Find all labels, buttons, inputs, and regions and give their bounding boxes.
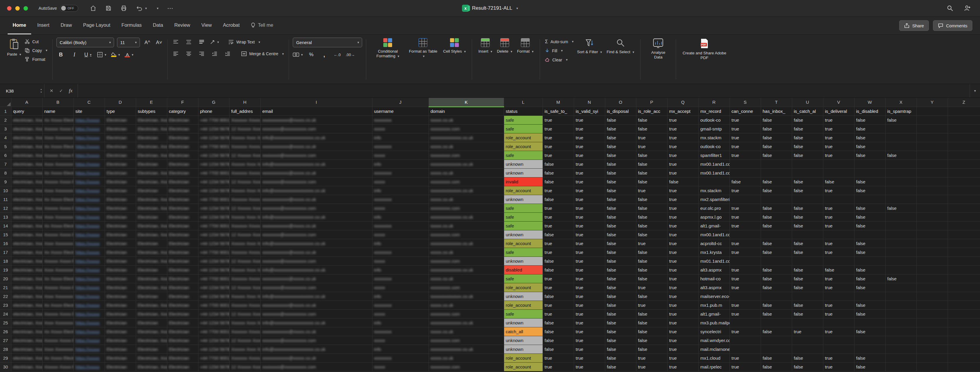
cell-O23[interactable]: false xyxy=(605,300,636,309)
cell-W24[interactable]: false xyxy=(854,309,885,318)
cell-H6[interactable]: 12 Xxxxxx Xxxx, Xxxxxxx XX1 2XX xyxy=(229,151,261,159)
cell-N23[interactable]: true xyxy=(574,300,605,309)
status-cell-24[interactable]: safe xyxy=(504,309,542,318)
cell-V5[interactable]: true xyxy=(823,142,854,151)
cell-J27[interactable]: xxxxx xyxy=(372,336,429,345)
cell-D19[interactable]: Electrician xyxy=(105,265,136,274)
cell-U12[interactable]: false xyxy=(792,203,823,213)
cell-J8[interactable]: xxxxxxxx xyxy=(372,169,429,177)
header-cell-L1[interactable]: status xyxy=(504,107,542,116)
cell-F24[interactable]: Electrician xyxy=(167,309,198,318)
header-cell-V1[interactable]: is_deliveral xyxy=(823,107,854,116)
cell-U29[interactable]: false xyxy=(792,353,823,362)
cell-B19[interactable]: Xxxx Xxxxxxxx Ltd xyxy=(42,265,73,274)
cell-Q5[interactable]: true xyxy=(667,142,698,151)
row-header-24[interactable]: 24 xyxy=(0,309,11,318)
cell-T24[interactable]: false xyxy=(761,309,792,318)
cell-M24[interactable]: true xyxy=(542,309,574,318)
cell-N26[interactable]: true xyxy=(574,327,605,336)
cell-S2[interactable]: true xyxy=(730,116,761,124)
row-header-4[interactable]: 4 xyxy=(0,133,11,142)
cell-J3[interactable]: xxxxx xyxy=(372,124,429,133)
insert-cells-button[interactable]: Insert ▾ xyxy=(476,38,495,54)
font-family-select[interactable]: Calibri (Body) ▾ xyxy=(56,38,114,47)
cell-E2[interactable]: Electrician, Xxxxx xyxy=(136,116,167,124)
cell-R4[interactable]: mx.stackm xyxy=(698,133,730,142)
cell-E5[interactable]: Electrician, Xxxxx xyxy=(136,142,167,151)
cell-F10[interactable]: Electrician xyxy=(167,186,198,195)
status-cell-18[interactable]: unknown xyxy=(504,256,542,265)
cell-H28[interactable]: Xxxxxx Xxxx Xx, Xxxxxx XX2 3XX xyxy=(229,345,261,353)
cell-G19[interactable]: +44 1234 567890 xyxy=(198,265,229,274)
cell-Q6[interactable]: true xyxy=(667,151,698,159)
cell-W16[interactable]: false xyxy=(854,239,885,248)
autosum-dropdown-icon[interactable]: ▾ xyxy=(572,40,574,43)
cell-F9[interactable]: Electrician xyxy=(167,177,198,186)
cell-V21[interactable]: true xyxy=(823,283,854,292)
column-header-N[interactable]: N xyxy=(574,98,605,107)
cell-H5[interactable]: Xxxxxxx Xxxxx, Xxxxxxxxx XX3 xyxy=(229,142,261,151)
cell-G5[interactable]: +44 7700 900123 xyxy=(198,142,229,151)
row-header-27[interactable]: 27 xyxy=(0,336,11,345)
decrease-indent-button[interactable] xyxy=(210,49,219,58)
cell-U28[interactable] xyxy=(792,345,823,353)
cell-J4[interactable]: info xyxy=(372,133,429,142)
cell-M6[interactable]: true xyxy=(542,151,574,159)
cell-M27[interactable]: false xyxy=(542,336,574,345)
column-header-E[interactable]: E xyxy=(136,98,167,107)
cell-Q12[interactable]: true xyxy=(667,203,698,213)
cell-K9[interactable]: xxxxxxxxx.com xyxy=(429,177,504,186)
cell-D2[interactable]: Electrician xyxy=(105,116,136,124)
cell-W9[interactable]: false xyxy=(854,177,885,186)
cell-X22[interactable] xyxy=(885,292,916,300)
cell-A22[interactable]: electrician, Xxxx Xxxxxxx xyxy=(11,292,42,300)
cell-D30[interactable]: Electrician xyxy=(105,362,136,371)
print-button[interactable] xyxy=(121,5,127,11)
cell-Z26[interactable] xyxy=(948,327,980,336)
cell-C21[interactable]: https://xxxxx xyxy=(73,283,105,292)
cell-R3[interactable]: gmail-smtp xyxy=(698,124,730,133)
cell-H30[interactable]: 12 Xxxxxx Xxxx, Xxxxxxx XX1 2XX xyxy=(229,362,261,371)
cell-R20[interactable]: hotmail-co xyxy=(698,274,730,283)
wrap-text-dropdown-icon[interactable]: ▾ xyxy=(259,40,261,44)
cell-C2[interactable]: https://xxxxx xyxy=(73,116,105,124)
cell-A27[interactable]: electrician, Xxxxxx Xxxxx xyxy=(11,336,42,345)
conditional-dropdown-icon[interactable]: ▾ xyxy=(398,54,399,58)
cell-Z4[interactable] xyxy=(948,133,980,142)
cell-I5[interactable]: xxxxxxxxxxxx@xxxxx.co.uk xyxy=(261,142,372,151)
increase-font-button[interactable]: A^ xyxy=(143,38,152,47)
cell-Y5[interactable] xyxy=(916,142,948,151)
cell-Q9[interactable]: false xyxy=(667,177,698,186)
cell-F4[interactable]: Electrician xyxy=(167,133,198,142)
cell-R30[interactable]: mail.rpelec xyxy=(698,362,730,371)
row-header-25[interactable]: 25 xyxy=(0,318,11,327)
cell-J11[interactable]: xxxxxxxx xyxy=(372,195,429,203)
cell-E19[interactable]: Electrician xyxy=(136,265,167,274)
cell-O17[interactable]: false xyxy=(605,248,636,256)
status-cell-8[interactable]: unknown xyxy=(504,169,542,177)
cell-W3[interactable]: false xyxy=(854,124,885,133)
cell-H22[interactable]: Xxxxxx Xxxx Xx, Xxxxxx XX2 3XX xyxy=(229,292,261,300)
cell-V27[interactable] xyxy=(823,336,854,345)
cell-Y6[interactable] xyxy=(916,151,948,159)
cell-J5[interactable]: xxxxxxxx xyxy=(372,142,429,151)
cell-B15[interactable]: Xxxxxx Xxxxx Electrical xyxy=(42,230,73,239)
cell-R10[interactable]: mx.stackm xyxy=(698,186,730,195)
number-format-select[interactable]: General ▾ xyxy=(293,38,362,47)
cell-C13[interactable]: https://xxxxx xyxy=(73,213,105,221)
cell-Z8[interactable] xyxy=(948,169,980,177)
cell-V18[interactable] xyxy=(823,256,854,265)
cell-B28[interactable]: Xxxx Xxxxxxxx Ltd xyxy=(42,345,73,353)
cell-U9[interactable]: false xyxy=(792,177,823,186)
cell-X9[interactable] xyxy=(885,177,916,186)
cell-G3[interactable]: +44 1234 567890 xyxy=(198,124,229,133)
cell-T30[interactable]: false xyxy=(761,362,792,371)
cell-X29[interactable] xyxy=(885,353,916,362)
cut-button[interactable]: Cut xyxy=(24,38,48,46)
format-painter-button[interactable]: Format xyxy=(24,55,48,63)
cell-W5[interactable]: false xyxy=(854,142,885,151)
italic-button[interactable]: I xyxy=(70,50,79,59)
cell-A28[interactable]: electrician, Xxxx Xxxxxxx xyxy=(11,345,42,353)
cell-C19[interactable]: https://xxxxx xyxy=(73,265,105,274)
status-cell-16[interactable]: role_account xyxy=(504,239,542,248)
